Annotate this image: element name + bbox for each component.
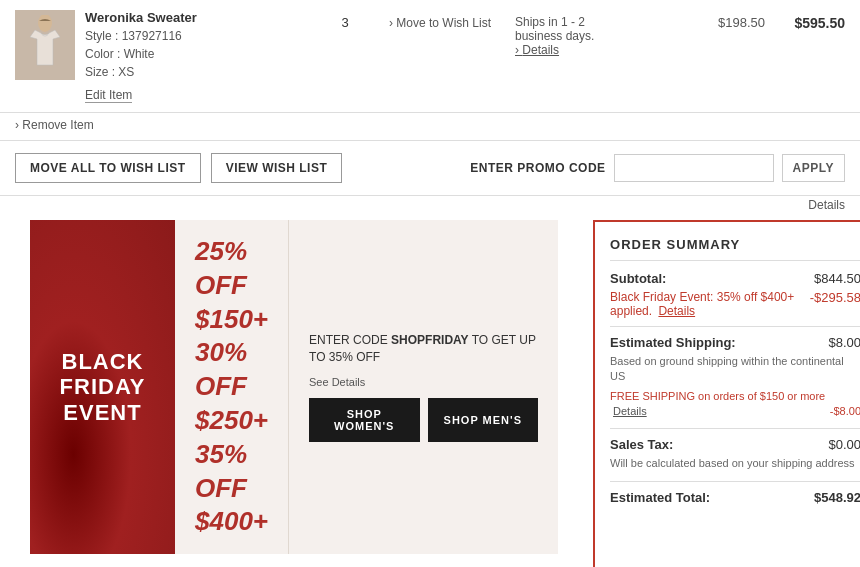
promo-label: ENTER PROMO CODE	[470, 161, 605, 175]
bf-banner: BLACKFRIDAYEVENT 25% OFF $150+ 30% OFF $…	[30, 220, 558, 554]
bf-code-pre: ENTER CODE	[309, 333, 391, 347]
free-shipping-details-link[interactable]: Details	[613, 405, 647, 417]
product-total-price: $595.50	[775, 10, 845, 31]
divider-1	[610, 326, 860, 327]
order-summary-box: ORDER SUMMARY Subtotal: $844.50 Black Fr…	[593, 220, 860, 567]
tax-value: $0.00	[828, 437, 860, 452]
tax-label: Sales Tax:	[610, 437, 673, 452]
edit-item-link[interactable]: Edit Item	[85, 88, 132, 103]
move-all-wishlist-button[interactable]: MOVE ALL TO WISH LIST	[15, 153, 201, 183]
free-shipping-value: -$8.00	[830, 404, 860, 419]
tax-sub-text: Will be calculated based on your shippin…	[610, 456, 860, 471]
shipping-line1: Ships in 1 - 2	[515, 15, 585, 29]
bf-event-label: BLACKFRIDAYEVENT	[60, 349, 146, 425]
bf-see-details-link[interactable]: See Details	[309, 376, 538, 388]
product-quantity: 3	[325, 10, 365, 30]
main-area: BLACKFRIDAYEVENT 25% OFF $150+ 30% OFF $…	[0, 220, 860, 567]
discount-3: 35% OFF $400+	[195, 438, 268, 539]
total-row: Estimated Total: $548.92	[610, 481, 860, 505]
shipping-value: $8.00	[828, 335, 860, 350]
bf-left-panel: BLACKFRIDAYEVENT	[30, 220, 175, 554]
promo-details-row: Details	[0, 196, 860, 220]
product-name: Weronika Sweater	[85, 10, 315, 25]
discount-value: -$295.58	[810, 290, 860, 305]
product-unit-price: $198.50	[685, 10, 765, 30]
divider-2	[610, 428, 860, 429]
subtotal-label: Subtotal:	[610, 271, 666, 286]
promo-input[interactable]	[614, 154, 774, 182]
bf-shop-buttons: SHOP WOMEN'S SHOP MEN'S	[309, 398, 538, 442]
product-wishlist-section: Move to Wish List	[375, 10, 505, 30]
bf-discounts: 25% OFF $150+ 30% OFF $250+ 35% OFF $400…	[195, 235, 268, 539]
buttons-row: MOVE ALL TO WISH LIST VIEW WISH LIST ENT…	[0, 140, 860, 196]
remove-item-row: Remove Item	[0, 113, 860, 140]
shipping-details-link[interactable]: Details	[515, 43, 559, 57]
shipping-line2: business days.	[515, 29, 594, 43]
subtotal-value: $844.50	[814, 271, 860, 286]
product-image	[15, 10, 75, 80]
shop-womens-button[interactable]: SHOP WOMEN'S	[309, 398, 420, 442]
promo-section: ENTER PROMO CODE APPLY	[470, 154, 845, 182]
discount-2: 30% OFF $250+	[195, 336, 268, 437]
shipping-sub-text: Based on ground shipping within the cont…	[610, 354, 860, 385]
remove-item-link[interactable]: Remove Item	[15, 118, 94, 132]
total-label: Estimated Total:	[610, 490, 710, 505]
promo-details-link[interactable]: Details	[808, 198, 845, 212]
discount-row: Black Friday Event: 35% off $400+ applie…	[610, 290, 860, 318]
apply-button[interactable]: APPLY	[782, 154, 845, 182]
bf-code-text: ENTER CODE SHOPFRIDAY TO GET UP TO 35% O…	[309, 332, 538, 366]
bf-right-panel: ENTER CODE SHOPFRIDAY TO GET UP TO 35% O…	[288, 220, 558, 554]
order-summary-title: ORDER SUMMARY	[610, 237, 860, 261]
product-color: Color : White	[85, 45, 315, 63]
shipping-row: Estimated Shipping: $8.00	[610, 335, 860, 350]
product-size: Size : XS	[85, 63, 315, 81]
free-shipping-text: FREE SHIPPING on orders of $150 or more …	[610, 389, 860, 420]
product-style: Style : 137927116	[85, 27, 315, 45]
subtotal-row: Subtotal: $844.50	[610, 271, 860, 286]
discount-details-link[interactable]: Details	[658, 304, 695, 318]
tax-row: Sales Tax: $0.00	[610, 437, 860, 452]
main-left: BLACKFRIDAYEVENT 25% OFF $150+ 30% OFF $…	[15, 220, 573, 567]
move-to-wishlist-link[interactable]: Move to Wish List	[389, 16, 491, 30]
total-value: $548.92	[814, 490, 860, 505]
product-shipping: Ships in 1 - 2 business days. Details	[515, 10, 675, 57]
bf-center-panel: 25% OFF $150+ 30% OFF $250+ 35% OFF $400…	[175, 220, 288, 554]
discount-1: 25% OFF $150+	[195, 235, 268, 336]
view-wishlist-button[interactable]: VIEW WISH LIST	[211, 153, 343, 183]
shipping-label: Estimated Shipping:	[610, 335, 736, 350]
bf-code: SHOPFRIDAY	[391, 333, 469, 347]
shop-mens-button[interactable]: SHOP MEN'S	[428, 398, 539, 442]
product-details: Weronika Sweater Style : 137927116 Color…	[85, 10, 315, 102]
discount-label: Black Friday Event: 35% off $400+ applie…	[610, 290, 810, 318]
product-row: Weronika Sweater Style : 137927116 Color…	[0, 0, 860, 113]
